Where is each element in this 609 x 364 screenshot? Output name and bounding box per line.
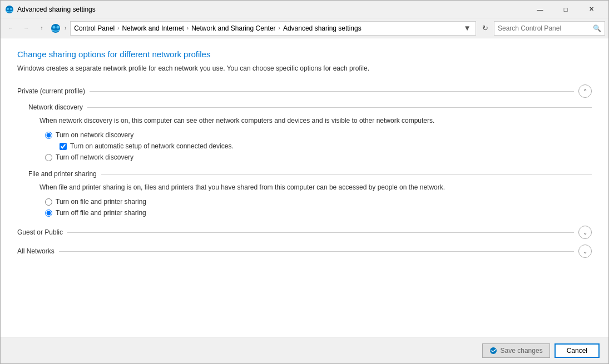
section-private-header[interactable]: Private (current profile) ^ (17, 84, 592, 98)
svg-point-5 (57, 26, 60, 28)
section-all-networks-line (59, 251, 574, 252)
cancel-button[interactable]: Cancel (554, 343, 600, 358)
subsection-file-sharing-line (101, 174, 592, 174)
window-title: Advanced sharing settings (17, 6, 527, 13)
radio-turn-off-file-sharing-label: Turn off file and printer sharing (56, 209, 146, 217)
subsection-network-discovery-title: Network discovery (28, 103, 83, 111)
search-icon[interactable]: 🔍 (593, 24, 601, 32)
minimize-button[interactable]: — (527, 1, 553, 18)
window-icon (5, 5, 14, 14)
breadcrumb: Control Panel › Network and Internet › N… (74, 24, 462, 32)
breadcrumb-control-panel[interactable]: Control Panel (74, 24, 115, 32)
close-button[interactable]: ✕ (578, 1, 604, 18)
maximize-button[interactable]: □ (553, 1, 578, 18)
up-button[interactable]: ↑ (35, 22, 48, 35)
radio-turn-on-file-sharing-input[interactable] (45, 198, 52, 206)
back-button[interactable]: ← (4, 22, 17, 35)
save-icon (489, 347, 497, 355)
search-box: 🔍 (494, 21, 605, 36)
subsection-file-sharing-title: File and printer sharing (28, 170, 97, 178)
breadcrumb-current: Advanced sharing settings (283, 24, 362, 32)
forward-button[interactable]: → (19, 22, 33, 35)
svg-point-4 (53, 26, 56, 28)
section-private-line (90, 91, 574, 92)
address-field[interactable]: Control Panel › Network and Internet › N… (70, 21, 476, 36)
save-changes-label: Save changes (501, 347, 543, 355)
bottom-bar: Save changes Cancel (1, 337, 608, 363)
network-discovery-description: When network discovery is on, this compu… (39, 116, 592, 126)
radio-turn-on-discovery[interactable]: Turn on network discovery (45, 131, 592, 139)
checkbox-auto-setup[interactable]: Turn on automatic setup of network conne… (60, 142, 592, 150)
section-guest-public-line (67, 232, 574, 233)
breadcrumb-network-internet[interactable]: Network and Internet (122, 24, 184, 32)
main-content: Change sharing options for different net… (1, 38, 608, 337)
title-bar: Advanced sharing settings — □ ✕ (1, 1, 608, 18)
subsection-network-discovery-header: Network discovery (28, 103, 592, 111)
window-controls: — □ ✕ (527, 1, 604, 18)
radio-turn-on-file-sharing[interactable]: Turn on file and printer sharing (45, 198, 592, 206)
network-globe-icon (51, 23, 61, 33)
refresh-button[interactable]: ↻ (478, 22, 492, 35)
radio-turn-on-file-sharing-label: Turn on file and printer sharing (56, 198, 146, 206)
page-heading: Change sharing options for different net… (17, 49, 592, 59)
file-sharing-options: Turn on file and printer sharing Turn of… (45, 198, 592, 217)
radio-turn-off-discovery-label: Turn off network discovery (56, 153, 133, 161)
radio-turn-off-file-sharing[interactable]: Turn off file and printer sharing (45, 209, 592, 217)
section-all-networks-title: All Networks (17, 247, 55, 255)
section-guest-public-title: Guest or Public (17, 228, 63, 236)
radio-turn-off-discovery-input[interactable] (45, 154, 52, 161)
address-dropdown-button[interactable]: ▼ (462, 22, 472, 35)
section-private-expand[interactable]: ^ (578, 84, 592, 98)
address-bar: ← → ↑ › Control Panel › Network and Inte… (1, 18, 608, 38)
search-input[interactable] (498, 24, 593, 32)
window: Advanced sharing settings — □ ✕ ← → ↑ › … (0, 0, 609, 364)
save-changes-button[interactable]: Save changes (482, 343, 550, 358)
svg-point-1 (7, 8, 9, 10)
radio-turn-on-discovery-input[interactable] (45, 132, 52, 139)
checkbox-auto-setup-label: Turn on automatic setup of network conne… (70, 142, 234, 150)
section-guest-public: Guest or Public ⌄ (17, 226, 592, 239)
section-private: Private (current profile) ^ Network disc… (17, 84, 592, 217)
subsection-file-sharing-header: File and printer sharing (28, 170, 592, 178)
subsection-network-discovery-line (87, 107, 592, 108)
content-area: Change sharing options for different net… (1, 38, 608, 337)
radio-turn-off-file-sharing-input[interactable] (45, 210, 52, 217)
radio-turn-off-discovery[interactable]: Turn off network discovery (45, 153, 592, 161)
section-all-networks: All Networks ⌄ (17, 245, 592, 258)
page-description: Windows creates a separate network profi… (17, 63, 592, 73)
checkbox-auto-setup-input[interactable] (60, 143, 67, 150)
section-private-title: Private (current profile) (17, 87, 85, 95)
section-guest-public-expand[interactable]: ⌄ (578, 226, 592, 239)
svg-point-2 (10, 8, 12, 10)
file-sharing-description: When file and printer sharing is on, fil… (39, 182, 592, 192)
subsection-network-discovery: Network discovery When network discovery… (28, 103, 592, 161)
network-discovery-options: Turn on network discovery Turn on automa… (45, 131, 592, 161)
radio-turn-on-discovery-label: Turn on network discovery (56, 131, 133, 139)
subsection-file-sharing: File and printer sharing When file and p… (28, 170, 592, 217)
section-all-networks-header[interactable]: All Networks ⌄ (17, 245, 592, 258)
breadcrumb-network-sharing-center[interactable]: Network and Sharing Center (191, 24, 275, 32)
section-all-networks-expand[interactable]: ⌄ (578, 245, 592, 258)
section-guest-public-header[interactable]: Guest or Public ⌄ (17, 226, 592, 239)
